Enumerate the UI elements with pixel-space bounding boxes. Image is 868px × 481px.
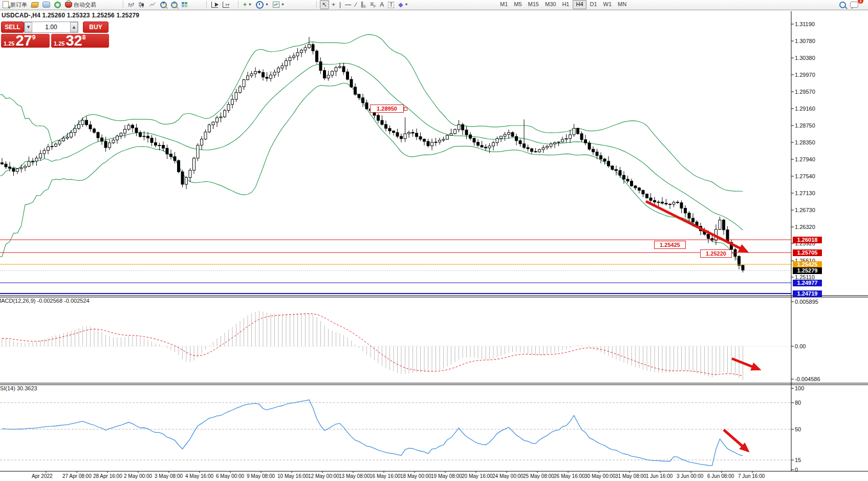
time-axis-label: 10 May 16:00 xyxy=(277,473,309,479)
time-axis-label: 25 May 08:00 xyxy=(523,473,554,479)
sell-button[interactable]: SELL xyxy=(1,22,24,33)
candlestick xyxy=(742,265,744,270)
buy-price[interactable]: 1.25 32 8 xyxy=(51,34,109,48)
candlestick xyxy=(208,125,211,132)
candlestick xyxy=(132,125,134,128)
trend-arrow[interactable] xyxy=(724,430,748,451)
candlestick xyxy=(649,198,652,200)
time-axis-label: 31 May 08:00 xyxy=(615,473,646,479)
candlestick xyxy=(462,124,464,130)
candlestick xyxy=(150,138,153,142)
candlestick xyxy=(104,141,107,148)
candlestick xyxy=(93,129,96,133)
candlestick xyxy=(155,142,157,145)
candlestick xyxy=(178,161,180,172)
trend-arrow[interactable] xyxy=(732,359,759,369)
time-axis-label: 30 May 00:00 xyxy=(584,473,616,479)
price-level-badge: 1.25279 xyxy=(793,267,822,274)
candlestick xyxy=(496,138,498,142)
chart-canvas[interactable] xyxy=(0,0,868,481)
candlestick xyxy=(592,149,595,152)
price-axis-tick: 1.29160 xyxy=(795,106,815,112)
candlestick xyxy=(62,138,65,141)
time-axis-label: 16 May 16:00 xyxy=(370,473,401,479)
price-level-badge: 1.24977 xyxy=(793,280,822,286)
candlestick xyxy=(285,60,288,66)
candlestick xyxy=(435,142,437,142)
candlestick xyxy=(1,163,4,164)
candlestick xyxy=(631,181,633,186)
candlestick xyxy=(5,164,7,167)
volume-input[interactable] xyxy=(32,22,70,32)
price-annotation-box[interactable]: 1.25220 xyxy=(700,249,732,258)
rsi-axis-tick: 50 xyxy=(795,426,801,432)
price-axis-tick: 1.28350 xyxy=(795,139,815,145)
candlestick xyxy=(419,137,422,139)
candlestick xyxy=(51,146,53,147)
rsi-line xyxy=(2,400,743,466)
candlestick xyxy=(143,136,145,137)
candlestick xyxy=(523,144,526,148)
candlestick xyxy=(672,202,675,204)
candlestick xyxy=(588,143,591,149)
buy-button[interactable]: BUY xyxy=(83,22,108,33)
candlestick xyxy=(181,172,184,184)
candlestick xyxy=(458,124,460,130)
rsi-axis-tick: 100 xyxy=(795,385,804,391)
candlestick xyxy=(296,53,299,56)
price-annotation-box[interactable]: 1.28950 xyxy=(370,104,404,113)
candlestick xyxy=(385,124,387,129)
candlestick xyxy=(108,143,111,148)
rsi-axis-tick: 0 xyxy=(795,467,798,473)
candlestick xyxy=(58,141,61,144)
candlestick xyxy=(135,128,138,133)
candlestick xyxy=(346,72,349,79)
time-axis-label: 13 May 08:00 xyxy=(339,473,370,479)
candlestick xyxy=(185,178,188,184)
candlestick xyxy=(396,133,399,136)
candlestick xyxy=(550,144,552,147)
one-click-trading-panel: SELL ▼ ▲ BUY 1.25 27 9 1.25 32 8 xyxy=(1,22,108,47)
candlestick xyxy=(173,157,176,161)
candlestick xyxy=(101,138,103,141)
candlestick xyxy=(446,135,449,139)
candlestick xyxy=(162,145,165,149)
candlestick xyxy=(66,137,69,138)
candlestick xyxy=(427,141,429,146)
candlestick xyxy=(515,136,518,140)
volume-increase-button[interactable]: ▲ xyxy=(70,22,78,32)
candlestick xyxy=(262,72,265,77)
candlestick xyxy=(220,117,222,118)
candlestick xyxy=(9,167,11,169)
candlestick xyxy=(231,99,234,104)
candlestick xyxy=(47,147,50,151)
candlestick xyxy=(469,135,472,138)
candlestick xyxy=(654,200,656,202)
time-axis-label: 2 May 00:00 xyxy=(124,473,152,479)
sell-price-sup: 9 xyxy=(32,34,36,40)
candlestick xyxy=(289,57,291,60)
candlestick xyxy=(411,132,414,133)
candlestick xyxy=(454,130,457,134)
candlestick xyxy=(358,94,360,98)
candlestick xyxy=(319,61,322,70)
volume-decrease-button[interactable]: ▼ xyxy=(25,22,32,32)
price-level-badge: 1.26018 xyxy=(793,237,822,243)
candlestick xyxy=(339,67,341,68)
candlestick xyxy=(89,125,92,129)
candlestick xyxy=(642,191,644,194)
sell-price[interactable]: 1.25 27 9 xyxy=(1,34,50,48)
candlestick xyxy=(546,147,549,148)
bollinger-band xyxy=(0,34,743,191)
candlestick xyxy=(488,146,491,148)
price-annotation-box[interactable]: 1.25425 xyxy=(654,241,686,249)
candlestick xyxy=(216,118,219,122)
price-axis-tick: 1.29970 xyxy=(795,72,815,78)
candlestick xyxy=(492,143,495,146)
price-axis-tick: 1.26730 xyxy=(795,207,815,213)
candlestick xyxy=(277,68,280,72)
candlestick xyxy=(538,150,541,152)
candlestick xyxy=(511,133,514,137)
candlestick xyxy=(224,111,226,117)
buy-price-prefix: 1.25 xyxy=(54,40,64,47)
